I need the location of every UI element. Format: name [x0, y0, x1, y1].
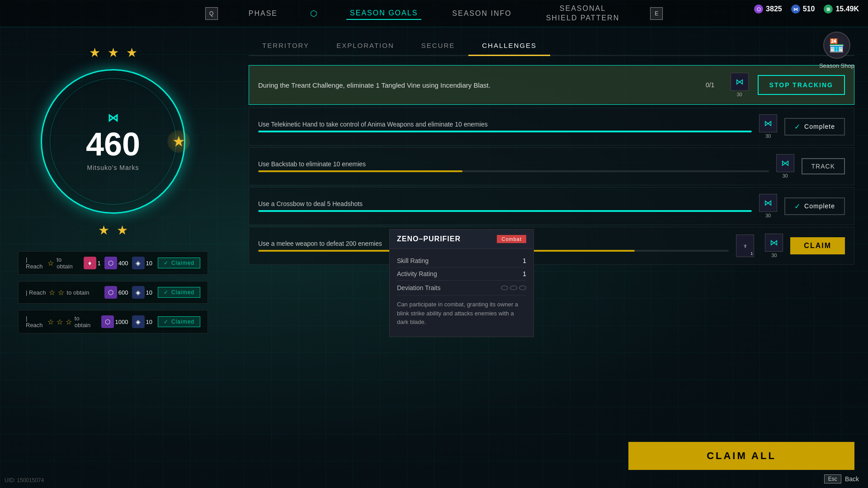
reward-star-1: ☆	[47, 259, 54, 267]
tab-exploration[interactable]: EXPLORATION	[323, 36, 408, 56]
reward-row-2: | Reach ☆ ☆ to obtain ⬡ 600 ◈ 10 ✓ Claim…	[18, 281, 208, 304]
skill-rating-value: 1	[523, 257, 526, 264]
season-shop-icon: 🏪	[823, 32, 850, 59]
track-button[interactable]: TRACK	[802, 158, 845, 174]
challenge-reward-amount-4: 30	[771, 253, 777, 258]
reward-section-3: | Reach ☆ ☆ ☆ to obtain ⬡ 1000 ◈ 10 ✓ Cl…	[18, 310, 208, 334]
checkmark-icon-1: ✓	[794, 122, 801, 131]
reward-label-3: | Reach ☆ ☆ ☆ to obtain	[26, 315, 96, 328]
esc-key[interactable]: Esc	[824, 474, 841, 483]
challenge-reward-amount-3: 30	[765, 213, 771, 218]
reward-item-1c: ◈ 10	[132, 257, 152, 269]
stop-tracking-button[interactable]: STOP TRACKING	[758, 75, 845, 95]
tooltip-activity-row: Activity Rating 1	[397, 267, 526, 281]
challenge-bar-2	[258, 170, 769, 172]
active-challenge-banner: During the Treant Challenge, eliminate 1…	[249, 65, 854, 105]
e-key[interactable]: E	[650, 7, 663, 20]
eye-icon-3	[519, 286, 526, 290]
challenge-bar-fill-3	[258, 210, 752, 212]
star-bottom-2: ★	[117, 223, 128, 238]
eye-icon-2	[510, 286, 517, 290]
challenge-reward-icon-3: ⋈	[759, 194, 777, 212]
season-shop[interactable]: 🏪 Season Shop	[819, 32, 854, 69]
reward-icon-pink: ♦	[84, 257, 96, 269]
challenge-bar-fill-1	[258, 131, 752, 132]
challenge-title-2: Use Backstab to eliminate 10 enemies	[258, 160, 769, 168]
nav-season-info[interactable]: SEASON INFO	[448, 8, 515, 19]
circle-content: ⋈ 460 Mitsuko's Marks	[41, 69, 185, 214]
challenge-row-2-text: Use Backstab to eliminate 10 enemies	[258, 160, 769, 172]
nav-season-goals[interactable]: SEASON GOALS	[346, 7, 421, 20]
deviation-label: Deviation Traits	[397, 284, 440, 291]
deviation-eyes	[501, 286, 526, 290]
challenge-row-1-text: Use Telekinetic Hand to take control of …	[258, 121, 752, 132]
tooltip-popup: ZENO–PURIFIER Combat Skill Rating 1 Acti…	[389, 229, 534, 337]
reward-section-1: | Reach ☆ to obtain ♦ 1 ⬡ 400 ◈ 10	[18, 251, 208, 276]
challenge-reward-3: ⋈ 30	[759, 194, 777, 218]
challenge-row-2: Use Backstab to eliminate 10 enemies ZEN…	[249, 147, 854, 185]
activity-rating-label: Activity Rating	[397, 270, 437, 277]
green-currency-value: 15.49K	[835, 5, 859, 13]
reward-icon-purple-3: ⬡	[101, 315, 114, 328]
back-label[interactable]: Back	[845, 475, 859, 483]
nav-phase[interactable]: PHASE	[245, 8, 281, 19]
claim-all-container: CLAIM ALL	[628, 442, 854, 470]
reward-item-2b: ◈ 10	[132, 286, 152, 299]
reward-star-3b: ☆	[57, 318, 63, 326]
stars-top-row: ★ ★ ★	[89, 45, 137, 60]
eye-icon-1	[501, 286, 508, 290]
challenge-4-reward-item: 🗡	[743, 244, 747, 249]
challenge-title-1: Use Telekinetic Hand to take control of …	[258, 121, 752, 128]
complete-button-1[interactable]: ✓ Complete	[784, 118, 845, 136]
reward-star-3a: ☆	[47, 318, 54, 326]
nav-seasonal-shield[interactable]: SEASONALSHIELD PATTERN	[542, 2, 623, 25]
character-circle: ★ ⋈ 460 Mitsuko's Marks	[41, 69, 185, 214]
blue-currency-icon: ⋈	[791, 5, 800, 14]
reward-star-3c: ☆	[66, 318, 72, 326]
marks-label: Mitsuko's Marks	[87, 164, 139, 171]
challenge-reward-icon-4: ⋈	[765, 234, 783, 252]
challenge-reward-4: ⋈ 30	[765, 234, 783, 258]
claimed-badge-3: ✓ Claimed	[158, 316, 200, 327]
left-panel: ★ ★ ★ ★ ⋈ 460 Mitsuko's Marks ★ ★ | Reac…	[0, 27, 226, 488]
challenge-row-1: Use Telekinetic Hand to take control of …	[249, 108, 854, 145]
tooltip-body: Skill Rating 1 Activity Rating 1 Deviati…	[390, 249, 533, 337]
skill-rating-label: Skill Rating	[397, 257, 429, 264]
challenge-reward-2: ⋈ 30	[776, 154, 794, 178]
activity-rating-value: 1	[523, 270, 526, 277]
tab-challenges[interactable]: CHALLENGES	[468, 36, 550, 56]
reward-items-2: ⬡ 600 ◈ 10	[104, 286, 152, 299]
q-key[interactable]: Q	[205, 7, 218, 20]
star-1: ★	[89, 45, 100, 60]
tabs: TERRITORY EXPLORATION SECURE CHALLENGES	[249, 36, 854, 56]
reward-row-3: | Reach ☆ ☆ ☆ to obtain ⬡ 1000 ◈ 10 ✓ Cl…	[18, 310, 208, 333]
checkmark-icon-3: ✓	[794, 202, 801, 211]
reward-item-3a: ⬡ 1000	[101, 315, 128, 328]
challenge-row-4: Use a melee weapon to defeat 200 enemies…	[249, 227, 854, 265]
challenge-row-3-text: Use a Crossbow to deal 5 Headshots	[258, 200, 752, 212]
tooltip-skill-row: Skill Rating 1	[397, 254, 526, 267]
reward-icon-purple-2: ⬡	[104, 286, 117, 299]
reward-star-2b: ☆	[58, 288, 64, 297]
purple-currency: ⬡ 3825	[754, 5, 782, 14]
green-currency: ⊞ 15.49K	[824, 5, 859, 14]
tab-secure[interactable]: SECURE	[408, 36, 469, 56]
reward-item-3b: ◈ 10	[132, 315, 152, 328]
complete-label-1: Complete	[804, 123, 835, 130]
claim-all-button[interactable]: CLAIM ALL	[628, 442, 854, 470]
claim-button[interactable]: CLAIM	[790, 237, 845, 254]
back-section: Esc Back	[824, 474, 859, 483]
tooltip-header: ZENO–PURIFIER Combat	[390, 230, 533, 249]
challenge-reward-icon-2: ⋈	[776, 154, 794, 172]
challenge-bar-1	[258, 131, 752, 132]
challenge-bar-fill-2	[258, 170, 462, 172]
uid-label: UID: 150015074	[5, 477, 44, 483]
complete-button-3[interactable]: ✓ Complete	[784, 197, 845, 215]
challenge-title-3: Use a Crossbow to deal 5 Headshots	[258, 200, 752, 207]
tab-territory[interactable]: TERRITORY	[249, 36, 323, 56]
center-icon: ⬡	[308, 8, 319, 19]
reward-icon-blue-3: ◈	[132, 315, 145, 328]
active-challenge-progress: 0/1	[699, 81, 722, 89]
challenge-reward-1: ⋈ 30	[759, 114, 777, 139]
complete-label-3: Complete	[804, 202, 835, 210]
